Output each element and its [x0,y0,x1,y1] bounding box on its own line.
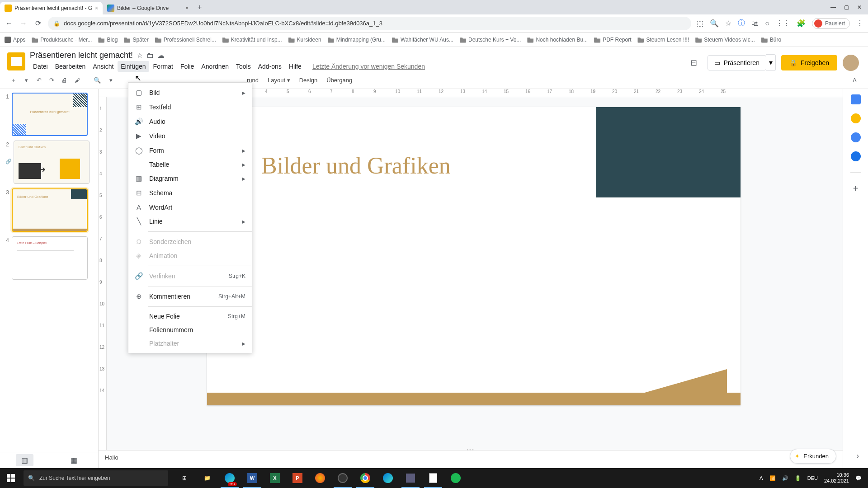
bookmark-item[interactable]: Kursideen [288,37,321,43]
bookmark-item[interactable]: Wahlfächer WU Aus... [392,37,453,43]
collapse-icon[interactable]: ᐱ [849,75,860,85]
slide-thumbnail-3[interactable]: Bilder und Grafiken [12,188,88,232]
menu-item-schema[interactable]: ⊟Schema [128,186,252,200]
reload-icon[interactable]: ⟳ [33,19,42,28]
calendar-icon[interactable] [851,94,861,104]
paint-format-button[interactable]: 🖌 [72,75,83,85]
menu-item-diagramm[interactable]: ▥Diagramm▶ [128,171,252,186]
new-slide-dropdown[interactable]: ▾ [21,75,32,85]
menu-item-textfeld[interactable]: ⊞Textfeld [128,100,252,114]
bookmark-item[interactable]: Produktsuche - Mer... [32,37,92,43]
slides-logo-icon[interactable] [7,52,25,70]
bookmark-item[interactable]: Deutsche Kurs + Vo... [460,37,521,43]
menu-item-video[interactable]: ▶Video [128,129,252,143]
menu-einfuegen[interactable]: Einfügen [118,61,149,72]
add-icon[interactable]: + [853,183,859,194]
translate-icon[interactable]: ⬚ [697,19,703,28]
excel-icon[interactable]: X [264,468,286,488]
tasks-icon[interactable] [851,132,861,142]
close-icon[interactable]: ✕ [857,4,862,10]
zoom-dropdown[interactable]: ▾ [105,75,116,85]
bookmark-item[interactable]: Mindmapping (Gru... [328,37,386,43]
present-dropdown[interactable]: ▾ [766,54,776,71]
bookmark-item[interactable]: Professionell Schrei... [155,37,216,43]
maximize-icon[interactable]: ▢ [844,4,849,10]
bookmark-item[interactable]: Kreativität und Insp... [222,37,282,43]
minimize-icon[interactable]: — [830,4,836,10]
bookmark-item[interactable]: PDF Report [594,37,631,43]
menu-hilfe[interactable]: Hilfe [286,61,305,72]
menu-item-bild[interactable]: ▢Bild▶ [128,85,252,100]
ext-icon[interactable]: ⋮⋮ [776,19,790,28]
contacts-icon[interactable] [851,151,861,161]
transition-button[interactable]: Übergang [323,75,356,85]
word-icon[interactable]: W [241,468,263,488]
slide-thumbnail-1[interactable]: Präsentieren leicht gemacht [12,93,88,136]
ext-icon[interactable]: ○ [765,19,769,28]
edge-icon[interactable] [377,468,399,488]
obs-icon[interactable] [332,468,354,488]
comments-icon[interactable]: ⊟ [686,55,702,71]
bookmark-item[interactable]: Steuern Lesen !!!! [637,37,689,43]
slide-title-text[interactable]: Bilder und Grafiken [261,152,451,179]
app-icon[interactable] [309,468,331,488]
menu-item-tabelle[interactable]: Tabelle▶ [128,158,252,171]
profile-badge[interactable]: Pausiert [812,18,850,29]
last-edit-link[interactable]: Letzte Änderung vor wenigen Sekunden [309,61,428,72]
task-view-icon[interactable]: ⊞ [174,468,195,488]
bookmark-apps[interactable]: Apps [5,37,25,43]
next-arrow-icon[interactable]: › [857,452,859,460]
keep-icon[interactable] [851,113,861,123]
explorer-icon[interactable]: 📁 [196,468,218,488]
menu-item-neue-folie[interactable]: Neue FolieStrg+M [128,310,252,323]
vertical-ruler[interactable]: 1234567891011121314 [99,97,107,475]
print-button[interactable]: 🖨 [59,75,70,85]
undo-button[interactable]: ↶ [33,75,44,85]
grid-view-icon[interactable]: ▦ [65,454,83,466]
ext-icon[interactable]: ⓘ [738,19,745,28]
app-icon[interactable] [400,468,421,488]
battery-icon[interactable]: 🔋 [795,475,801,481]
explore-button[interactable]: ✦ Erkunden [790,449,836,464]
new-slide-button[interactable]: + [8,75,19,85]
bookmark-item[interactable]: Später [124,37,148,43]
zoom-icon[interactable]: 🔍 [710,19,719,28]
wifi-icon[interactable]: 📶 [769,475,776,481]
back-icon[interactable]: ← [5,19,14,28]
menu-icon[interactable]: ⋮ [856,19,863,28]
bookmark-item[interactable]: Noch hochladen Bu... [527,37,588,43]
menu-bearbeiten[interactable]: Bearbeiten [52,61,89,72]
clock[interactable]: 10:36 24.02.2021 [824,472,849,484]
ext-icon[interactable]: 🛍 [751,19,759,28]
move-icon[interactable]: 🗀 [146,52,154,60]
slide-thumbnail-2[interactable]: Bilder und Grafiken ➔ [14,141,90,184]
menu-item-form[interactable]: ◯Form▶ [128,143,252,158]
filmstrip[interactable]: 1 Präsentieren leicht gemacht 2 🔗 Bilder… [0,89,99,475]
menu-item-foliennummern[interactable]: Foliennummern [128,323,252,337]
menu-folie[interactable]: Folie [177,61,197,72]
edge-icon[interactable]: 99+ [219,468,241,488]
taskbar-search[interactable]: 🔍 Zur Suche Text hier eingeben [24,470,168,486]
design-button[interactable]: Design [296,75,321,85]
menu-anordnen[interactable]: Anordnen [198,61,232,72]
browser-tab-1[interactable]: Präsentieren leicht gemacht! - G × [0,2,103,14]
zoom-button[interactable]: 🔍 [91,75,104,85]
menu-item-audio[interactable]: 🔊Audio [128,114,252,129]
bookmark-item[interactable]: Blog [98,37,118,43]
bookmark-star-icon[interactable]: ☆ [725,19,731,28]
layout-button[interactable]: Layout ▾ [264,75,294,85]
chrome-icon[interactable] [354,468,376,488]
slide-thumbnail-4[interactable]: Erste Folie – Beispiel [12,236,88,280]
share-button[interactable]: 🔒 Freigeben [781,55,837,70]
tray-expand-icon[interactable]: ᐱ [760,475,763,481]
filmstrip-view-icon[interactable]: ▥ [16,454,33,466]
start-button[interactable] [0,468,22,488]
present-button[interactable]: ▭ Präsentieren [708,55,766,70]
menu-ansicht[interactable]: Ansicht [90,61,117,72]
bookmark-item[interactable]: Steuern Videos wic... [695,37,755,43]
close-icon[interactable]: × [185,5,189,11]
menu-datei[interactable]: Datei [30,61,51,72]
menu-addons[interactable]: Add-ons [255,61,285,72]
bookmark-item[interactable]: Büro [761,37,781,43]
close-icon[interactable]: × [95,5,98,11]
